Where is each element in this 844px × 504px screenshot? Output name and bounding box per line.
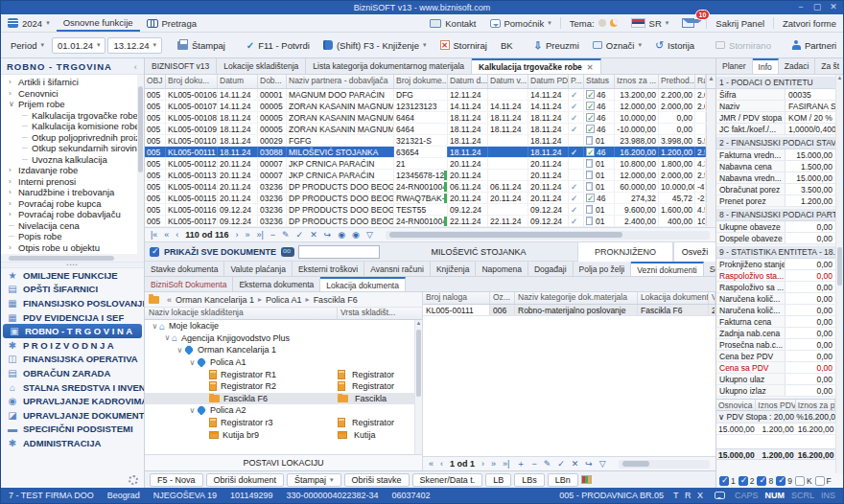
flag-checkbox[interactable]: [776, 476, 785, 486]
sidebar-tree-item[interactable]: ›Artikli i šifarnici: [1, 77, 144, 88]
nav-next-page-icon[interactable]: »: [491, 459, 496, 469]
nav-bookmark-icon[interactable]: ◉: [338, 230, 345, 240]
nav-last-icon[interactable]: »|: [503, 459, 509, 469]
nav-refresh-icon[interactable]: ↪: [585, 459, 593, 469]
linked-document-row[interactable]: KL005-00111006Robno-materijalno poslovan…: [423, 305, 715, 316]
tree-collapsed-icon[interactable]: ›: [9, 188, 18, 196]
document-row[interactable]: 005KL005-0011320.11.2400007JKP CRNICA PA…: [145, 170, 715, 181]
breadcrumb-item[interactable]: Polica A1: [266, 295, 302, 305]
location-tree-row[interactable]: ∨Polica A2: [145, 404, 422, 417]
collapse-sidebar-icon[interactable]: ‹: [134, 61, 138, 72]
close-forms-button[interactable]: Zatvori forme: [776, 14, 843, 32]
close-button[interactable]: ✕: [826, 1, 841, 13]
document-tab[interactable]: Lista kategorija dokumentarnog materijal…: [306, 58, 472, 74]
detail-tab[interactable]: Avansni računi: [364, 262, 431, 276]
document-row[interactable]: 005KL005-0011118.11.2403088MILOŠEVIĆ STO…: [145, 147, 715, 158]
sidebar-tree-item[interactable]: ›Povraćaj robe dobavljaču: [1, 209, 144, 220]
link-tab[interactable]: Lokacija dokumenta: [320, 277, 406, 291]
nav-next-icon[interactable]: ›: [481, 459, 484, 469]
document-tab[interactable]: BIZNISOFT v13: [145, 58, 217, 74]
linked-column-header[interactable]: Oz...: [490, 292, 515, 304]
tree-collapsed-icon[interactable]: ›: [9, 199, 18, 208]
document-row[interactable]: 005KL005-0011220.11.2400007JKP CRNICA PA…: [145, 158, 715, 170]
flag-checkbox[interactable]: [719, 476, 729, 486]
sidebar-module-book[interactable]: ▤OPŠTI ŠIFARNICI: [1, 283, 144, 297]
ledger-flag-f[interactable]: F: [815, 476, 832, 486]
chat-icon[interactable]: [715, 492, 725, 499]
grid-vscroll-track[interactable]: [706, 124, 715, 134]
nav-post-icon[interactable]: ✓: [557, 459, 565, 469]
grid-vscroll-track[interactable]: [706, 216, 715, 226]
grid-vscroll-track[interactable]: [706, 193, 715, 203]
bottom-button-lbn[interactable]: LBn: [548, 473, 578, 487]
breadcrumb-item[interactable]: Orman Kancelarija 1: [176, 295, 254, 305]
bottom-button-lb[interactable]: LB: [485, 473, 511, 487]
sidebar-tree-item[interactable]: ›Narudžbine i trebovanja: [1, 187, 144, 198]
detail-tab[interactable]: Stavke dokumenta: [145, 262, 224, 276]
set-location-button[interactable]: POSTAVI LOKACIJU: [145, 454, 422, 470]
grid-column-header[interactable]: Prethod...: [659, 75, 695, 88]
sidebar-module-star[interactable]: ★OMILJENE FUNKCIJE: [1, 268, 144, 283]
print-button[interactable]: Štampaj: [172, 37, 231, 54]
sidebar-tree-item[interactable]: ›Otpis robe u objektu: [1, 242, 144, 254]
nav-gotobookmark-icon[interactable]: ◉: [352, 230, 360, 240]
cancel-button[interactable]: ✕Storniraj: [434, 37, 493, 54]
column-header[interactable]: Vrsta skladišt...: [338, 308, 422, 319]
grid-column-header[interactable]: OBJ: [145, 75, 166, 88]
document-row[interactable]: 005KL005-0010614.11.2400001MAGNUM DOO PA…: [145, 89, 715, 101]
tree-expanded-icon[interactable]: ∨: [9, 100, 18, 108]
grid-vscroll-track[interactable]: [706, 181, 715, 192]
sidebar-module-assets-home[interactable]: ⌂STALNA SREDSTVA I INVENTAR: [1, 380, 144, 395]
date-to-picker[interactable]: 13.12.24▾: [107, 37, 162, 54]
document-row[interactable]: 005KL005-0011520.11.2403236DP PRODUCTS D…: [145, 193, 715, 204]
nav-refresh-icon[interactable]: ↪: [324, 230, 332, 240]
history-button[interactable]: ↺Istorija: [649, 37, 700, 54]
nav-next-icon[interactable]: ›: [235, 230, 238, 240]
bottom-button--tampaj[interactable]: Štampaj▾: [287, 473, 341, 487]
partners-button[interactable]: Partneri: [786, 37, 842, 54]
vat-column-header[interactable]: Iznos za pl...: [796, 400, 835, 410]
sidebar-tree-item[interactable]: ›Cenovnici: [1, 88, 144, 100]
mark-dropdown[interactable]: Označi▾: [587, 37, 647, 54]
sidebar-module-ledger[interactable]: ▦FINANSIJSKO POSLOVANJE: [1, 296, 144, 310]
year-selector[interactable]: 2024▾: [1, 14, 57, 32]
sidebar-tree-item[interactable]: ─Popis robe: [1, 231, 144, 242]
grid-vscroll-track[interactable]: [706, 204, 715, 215]
contact-button[interactable]: Kontakt: [423, 14, 482, 32]
nav-first-icon[interactable]: |«: [151, 230, 157, 240]
sidebar-module-calculator[interactable]: ▦PDV EVIDENCIJA I SEF: [1, 310, 144, 325]
location-tree-scrollbar[interactable]: ▲: [414, 320, 422, 454]
sidebar-tree-item[interactable]: ─Kalkulacija komisione robe: [1, 121, 144, 132]
detail-tab[interactable]: Vezni dokumenti: [631, 262, 703, 276]
filter-funnel-icon[interactable]: ▽: [599, 459, 606, 469]
document-row[interactable]: 005KL005-0010918.11.2400005ZORAN KASANIN…: [145, 124, 715, 135]
sidebar-tree-item[interactable]: ›Izdavanje robe: [1, 165, 144, 176]
grid-column-header[interactable]: P...: [569, 75, 584, 88]
bottom-button-obri-i-dokument[interactable]: Obriši dokument: [206, 473, 285, 487]
vat-group-row[interactable]: ∨ PDV Stopa : 20,00 %16.200,00: [716, 411, 835, 424]
posting-button[interactable]: (Shift) F3 - Knjiženje▾: [317, 37, 433, 54]
sidebar-tree-item[interactable]: ─Kalkulacija trgovačke robe: [1, 110, 144, 122]
column-header[interactable]: Naziv lokacije skladištenja: [145, 308, 338, 319]
light-theme-icon[interactable]: [598, 19, 606, 27]
nav-delete-icon[interactable]: −: [531, 459, 536, 469]
grid-hscrollbar[interactable]: [386, 231, 710, 240]
download-button[interactable]: ⇩Preuzmi: [528, 37, 585, 54]
detail-tab[interactable]: Događaji: [528, 262, 574, 276]
location-tree-row[interactable]: Registrator R1Registrator: [145, 368, 422, 380]
nav-edit-icon[interactable]: ✎: [544, 459, 551, 469]
tree-expanded-icon[interactable]: ∨: [176, 346, 184, 355]
info-tab[interactable]: Info: [753, 58, 779, 74]
location-tree-row[interactable]: Fascikla F6Fascikla: [145, 393, 422, 405]
nav-edit-icon[interactable]: ✎: [282, 230, 290, 240]
assistant-button[interactable]: Pomoćnik▾: [483, 14, 558, 32]
grid-column-header[interactable]: Datum: [218, 75, 258, 88]
location-tree-row[interactable]: Kutija br9Kutija: [145, 428, 422, 441]
location-tree-row[interactable]: ∨Polica A1: [145, 356, 422, 369]
refresh-button[interactable]: Osveži: [673, 242, 715, 262]
link-tab[interactable]: Eksterna dokumenta: [233, 277, 320, 291]
nav-add-icon[interactable]: ＋: [516, 458, 525, 470]
detail-tab[interactable]: Polja po želji: [574, 262, 632, 276]
location-tree-row[interactable]: Registrator R2Registrator: [145, 380, 422, 393]
bottom-button-lbs[interactable]: LBs: [514, 473, 545, 487]
